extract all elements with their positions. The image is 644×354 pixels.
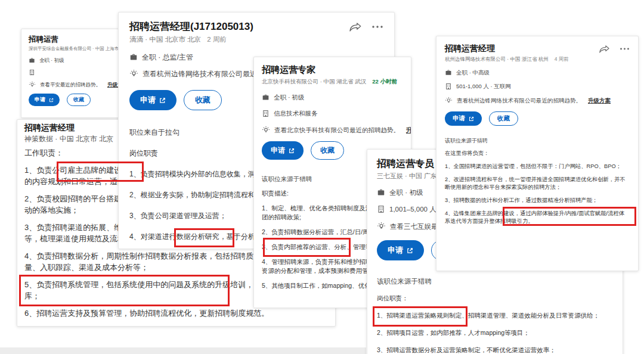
briefcase-icon [445, 69, 452, 76]
save-button[interactable]: 收藏 [489, 111, 518, 126]
company-location: 滴滴 · 中国 北京市 北京2 周前 [129, 36, 383, 44]
job-title: 招聘运营经理 [445, 44, 495, 54]
posted-time: 4 周前 [555, 56, 569, 62]
save-button[interactable]: 收藏 [67, 94, 91, 106]
posted-time: 2 周前 [207, 36, 227, 43]
employment-type: 全职 · 总监/主管 [142, 53, 193, 61]
external-link-icon [289, 148, 295, 154]
job-description: 岗位职责：1、招聘渠道运营策略规则制定、招聘渠道管理、渠道效能分析及日常资源供给… [377, 294, 613, 354]
job-description: 在这里你将负责：1、全国招聘渠道的运营管理，包括但不限于：门户网站、RPO、BP… [445, 150, 630, 225]
employment-type: 全职 · 中高级 [456, 69, 490, 76]
company-location: 杭州边锋网络技术有限公司 · 中国 浙江省 杭州4 周前 [445, 56, 630, 63]
building-icon [29, 69, 35, 76]
insight-text: 查看北京快手科技有限公司最近的招聘趋势。 [274, 126, 400, 134]
background-strip [0, 347, 366, 354]
apply-label: 申请 [271, 145, 285, 156]
job-cards-collage: 招聘运营 深圳平安综合金融服务有限公司 · 中国 上海市 全职 · 初级 查看平… [0, 0, 644, 354]
employment-type: 全职 · 初级 [39, 57, 64, 64]
save-label: 收藏 [195, 95, 210, 104]
description-line: 3、招聘数据的统计和分析工作，通过数据精准分析招聘产能； [445, 197, 630, 204]
card-header: 招聘运营专家 [262, 64, 403, 75]
apply-button[interactable]: 申请 [129, 90, 177, 110]
job-title: 招聘运营 [29, 35, 58, 44]
description-line: 岗位职责： [377, 294, 613, 303]
insight-row: 查看北京快手科技有限公司最近的招聘趋势。升级方案 [262, 126, 403, 134]
apply-label: 申请 [35, 96, 45, 104]
industry: 信息技术和服务 [274, 110, 318, 117]
job-title: 招聘运营经理 [24, 123, 75, 133]
job-source: 该职位来源于猎聘 [445, 138, 630, 144]
apply-button[interactable]: 申请 [377, 240, 424, 260]
apply-button[interactable]: 申请 [29, 94, 60, 106]
action-buttons: 申请 收藏 [445, 111, 630, 126]
job-card-bianfeng: 招聘运营经理 杭州边锋网络技术有限公司 · 中国 浙江省 杭州4 周前 全职 ·… [436, 36, 639, 271]
briefcase-icon [29, 57, 35, 64]
lightbulb-icon [29, 81, 36, 88]
insight-text: 查看平安最近的招聘趋势。 [40, 82, 101, 88]
employment-type: 全职 · 初级 [389, 188, 423, 197]
company-info-row: 501-1,000 人 · 互联网 [445, 83, 630, 90]
external-link-icon [159, 97, 166, 104]
job-source: 该职位来源于猎聘 [377, 277, 613, 285]
posted-time: 22 小时前 [372, 78, 397, 85]
job-title: 招聘运营专家 [262, 64, 315, 75]
company-size: 501-1,000 人 · 互联网 [456, 83, 511, 90]
job-title: 招聘运营专员 [377, 158, 434, 169]
description-line: 1、全国招聘渠道的运营管理，包括但不限于：门户网站、RPO、BPO； [445, 163, 630, 170]
briefcase-icon [377, 188, 385, 197]
upgrade-plan-link[interactable]: 升级方案 [588, 97, 611, 104]
save-button[interactable]: 收藏 [184, 90, 222, 110]
employment-row: 全职 · 中高级 [445, 69, 630, 76]
company-line: 深圳平安综合金融服务有限公司 · 中国 上海市 [29, 46, 119, 51]
description-line: 4、边锋集团雇主品牌的建设，通过内部体验提升/内推/面试官赋能/流程体系迭代等方… [445, 210, 630, 225]
description-line: 2、改进招聘流程和平台，统一管理并推进全国招聘渠道优化和创新，并不断使用新的理念… [445, 176, 630, 191]
card-header: 招聘运营经理(J171205013) [129, 21, 383, 33]
job-title: 招聘运营经理(J171205013) [129, 21, 253, 33]
building-icon [262, 110, 270, 117]
header-icons [349, 22, 383, 32]
external-link-icon [49, 98, 54, 103]
save-label: 收藏 [497, 114, 510, 122]
save-label: 收藏 [320, 146, 335, 154]
briefcase-icon [129, 53, 138, 61]
description-line: 1、招聘渠道运营策略规则制定、招聘渠道管理、渠道效能分析及日常资源供给； [377, 311, 613, 320]
external-link-icon [469, 116, 474, 122]
card-header: 招聘运营经理 [445, 44, 630, 54]
employment-type: 全职 · 初级 [274, 94, 304, 101]
description-line: 在这里你将负责： [445, 150, 630, 157]
header-icons [599, 45, 630, 53]
lightbulb-icon [129, 69, 138, 78]
apply-button[interactable]: 申请 [445, 111, 482, 126]
apply-label: 申请 [453, 114, 465, 123]
building-icon [377, 205, 385, 213]
lightbulb-icon [445, 97, 453, 104]
external-link-icon [407, 247, 413, 254]
save-button[interactable]: 收藏 [311, 141, 344, 160]
more-options-icon[interactable] [371, 25, 383, 29]
apply-label: 申请 [388, 245, 403, 256]
company-line: 神策数据 · 中国 北京市 北京 [24, 135, 113, 143]
company-location: 北京快手科技有限公司 · 中国 湖北省 武汉22 小时前 [262, 78, 403, 85]
company-info-row: 信息技术和服务 [262, 110, 403, 117]
company-line: 杭州边锋网络技术有限公司 · 中国 浙江省 杭州 [445, 56, 549, 62]
apply-label: 申请 [140, 95, 156, 105]
more-options-icon[interactable] [620, 47, 630, 51]
share-icon[interactable] [349, 22, 362, 32]
briefcase-icon [262, 94, 270, 101]
building-icon [445, 83, 452, 90]
save-label: 收藏 [73, 97, 84, 103]
upgrade-plan-link[interactable]: 升级方案 [406, 126, 411, 134]
company-line: 北京快手科技有限公司 · 中国 湖北省 武汉 [262, 78, 366, 85]
lightbulb-icon [377, 222, 386, 231]
insight-text: 查看杭州边锋网络技术有限公司最近的招聘趋势。 [457, 97, 581, 104]
share-icon[interactable] [599, 45, 610, 53]
employment-row: 全职 · 初级 [262, 94, 403, 101]
description-line: 2、招聘项目运营，如内部推荐，人才mapping等项目； [377, 328, 613, 337]
apply-button[interactable]: 申请 [262, 141, 304, 160]
insight-row: 查看杭州边锋网络技术有限公司最近的招聘趋势。升级方案 [445, 97, 630, 104]
description-line: 3、招聘运营数据分析及运营策略制定，不断优化渠道运营效率； [377, 346, 613, 354]
company-line: 滴滴 · 中国 北京市 北京 [129, 36, 201, 43]
description-line: 6、招聘运营支持及预算管理，协助招聘流程优化，更新招聘制度规范。 [24, 308, 318, 319]
company-size: 1,001–5,000 人 [389, 205, 436, 213]
lightbulb-icon [262, 126, 270, 134]
